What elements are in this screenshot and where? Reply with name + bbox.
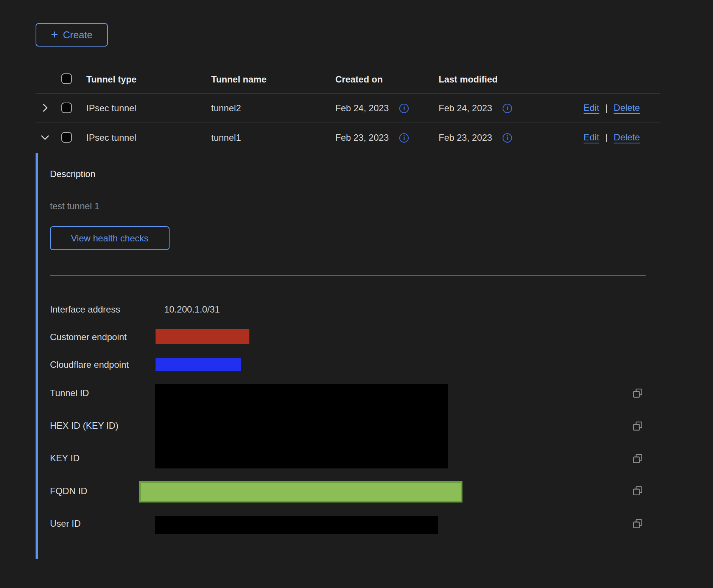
edit-link[interactable]: Edit <box>584 103 599 113</box>
created-on-cell: Feb 23, 2023 i <box>335 132 409 143</box>
collapse-row-button[interactable] <box>39 132 51 143</box>
tunnel-name-cell: tunnel2 <box>211 103 241 114</box>
view-health-checks-button[interactable]: View health checks <box>50 226 170 250</box>
fqdn-id-redacted-value <box>139 481 462 502</box>
cloudflare-endpoint-label: Cloudflare endpoint <box>50 359 129 370</box>
copy-icon <box>632 453 643 464</box>
row-actions: Edit | Delete <box>584 132 640 143</box>
expanded-panel-bottom-divider <box>36 559 660 559</box>
copy-icon <box>632 388 643 398</box>
actions-separator: | <box>605 103 607 113</box>
cloudflare-endpoint-redacted-value <box>156 358 241 371</box>
create-button[interactable]: + Create <box>36 23 108 47</box>
last-modified-date: Feb 24, 2023 <box>439 103 492 114</box>
actions-separator: | <box>605 132 607 143</box>
row-actions: Edit | Delete <box>584 103 640 113</box>
tunnel-type-cell: IPsec tunnel <box>86 132 136 143</box>
info-icon[interactable]: i <box>503 133 512 143</box>
column-header-created-on: Created on <box>335 74 383 85</box>
copy-tunnel-id-button[interactable] <box>632 388 643 399</box>
copy-user-id-button[interactable] <box>632 518 643 530</box>
expand-row-button[interactable] <box>39 102 51 114</box>
last-modified-date: Feb 23, 2023 <box>439 132 492 143</box>
created-on-date: Feb 23, 2023 <box>335 132 389 143</box>
row-divider <box>36 123 660 123</box>
interface-address-label: Interface address <box>50 304 120 315</box>
tunnel-type-cell: IPsec tunnel <box>86 103 136 114</box>
tunnels-page: + Create Tunnel type Tunnel name Created… <box>0 0 713 588</box>
edit-link[interactable]: Edit <box>584 132 599 143</box>
fqdn-id-label: FQDN ID <box>50 486 87 496</box>
created-on-cell: Feb 24, 2023 i <box>335 103 409 114</box>
info-icon[interactable]: i <box>399 104 409 113</box>
row-checkbox-tunnel1[interactable] <box>61 132 72 143</box>
column-header-last-modified: Last modified <box>439 74 498 85</box>
row-checkbox-tunnel2[interactable] <box>61 103 72 113</box>
key-id-label: KEY ID <box>50 453 79 464</box>
copy-hex-id-button[interactable] <box>632 421 643 432</box>
customer-endpoint-label: Customer endpoint <box>50 332 127 342</box>
description-label: Description <box>50 169 95 179</box>
select-all-checkbox[interactable] <box>61 73 72 84</box>
copy-icon <box>632 421 643 431</box>
tunnel-name-cell: tunnel1 <box>211 132 241 143</box>
column-header-tunnel-type: Tunnel type <box>86 74 137 85</box>
copy-icon <box>632 485 643 496</box>
delete-link[interactable]: Delete <box>614 103 640 113</box>
user-id-redacted-value <box>155 516 438 534</box>
column-header-tunnel-name: Tunnel name <box>211 74 266 85</box>
tunnel-id-label: Tunnel ID <box>50 388 89 398</box>
created-on-date: Feb 24, 2023 <box>335 103 389 114</box>
customer-endpoint-redacted-value <box>156 329 249 344</box>
delete-link[interactable]: Delete <box>614 132 640 143</box>
ids-redacted-value <box>155 384 448 468</box>
last-modified-cell: Feb 24, 2023 i <box>439 103 512 114</box>
interface-address-value: 10.200.1.0/31 <box>164 304 220 315</box>
copy-key-id-button[interactable] <box>632 453 643 465</box>
copy-icon <box>632 518 643 529</box>
hex-id-label: HEX ID (KEY ID) <box>50 420 118 431</box>
create-button-label: Create <box>63 29 92 41</box>
chevron-right-icon <box>39 102 51 114</box>
info-icon[interactable]: i <box>503 104 512 113</box>
expanded-row-accent-bar <box>36 153 38 559</box>
header-divider <box>36 93 660 93</box>
copy-fqdn-id-button[interactable] <box>632 485 643 497</box>
description-value: test tunnel 1 <box>50 201 100 212</box>
panel-divider <box>50 275 646 275</box>
user-id-label: User ID <box>50 518 81 529</box>
plus-icon: + <box>51 28 58 40</box>
chevron-down-icon <box>39 132 51 143</box>
last-modified-cell: Feb 23, 2023 i <box>439 132 512 143</box>
info-icon[interactable]: i <box>399 133 409 143</box>
